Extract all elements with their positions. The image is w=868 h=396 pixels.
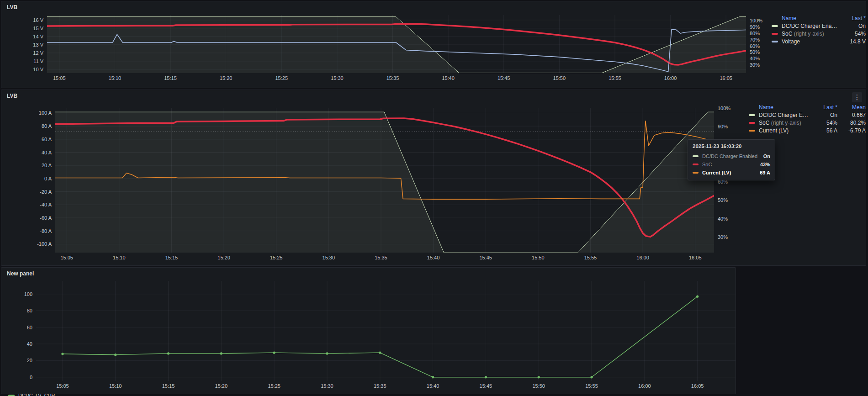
x-axis-tick-label: 15:35 [386, 75, 399, 81]
x-axis-tick-label: 15:05 [60, 255, 73, 260]
y-axis-tick-label: -40 A [40, 202, 52, 207]
legend-series-name: Voltage [782, 38, 837, 45]
plot-area[interactable]: 15:0515:1015:1515:2015:2515:3015:3515:40… [55, 108, 714, 253]
x-axis-tick-label: 15:40 [427, 255, 440, 260]
x-axis-tick-label: 15:10 [113, 255, 126, 260]
x-axis-tick-label: 15:40 [427, 383, 439, 389]
x-axis-tick-label: 15:25 [275, 75, 288, 81]
legend-row[interactable]: Voltage14.8 V [772, 37, 866, 45]
series-color-swatch [772, 41, 778, 42]
y-axis-tick-label: 14 V [33, 34, 43, 39]
legend-header-row: NameLast *Mean [749, 103, 866, 111]
y-axis-tick-label: 80 [27, 308, 32, 313]
x-axis-tick-label: 16:00 [664, 75, 677, 81]
y-axis-tick-label: 20 [27, 358, 32, 363]
x-axis-tick-label: 15:10 [109, 383, 122, 389]
legend-header-calc[interactable]: Last * [840, 15, 866, 21]
tooltip-timestamp: 2025-11-23 16:03:20 [688, 140, 775, 152]
y-axis-tick-label: 60 A [42, 137, 52, 142]
y-axis-tick-label: 100% [718, 106, 730, 111]
timeseries-chart-voltage: 16 V15 V14 V13 V12 V11 V10 V 15:0515:101… [1, 11, 866, 73]
y-axis-tick-label: 40% [750, 56, 760, 61]
legend-value: 80.2% [840, 120, 866, 126]
series-color-swatch [749, 130, 755, 132]
x-axis-tick-label: 15:25 [268, 383, 281, 389]
x-axis-tick-label: 16:00 [636, 255, 649, 260]
y-axis-left: 16 V15 V14 V13 V12 V11 V10 V [1, 11, 47, 73]
legend-value: On [812, 112, 837, 118]
x-axis-tick-label: 15:10 [109, 75, 122, 81]
chart-canvas [55, 108, 714, 253]
legend-row[interactable]: Current (LV)56 A-6.79 A [749, 127, 866, 134]
y-axis-tick-label: -60 A [40, 215, 52, 221]
legend-row[interactable]: SoC (right y-axis)54% [772, 30, 866, 37]
chart-canvas [36, 281, 736, 381]
legend-header-name[interactable]: Name [759, 104, 809, 111]
y-axis-tick-label: 100 [24, 291, 32, 297]
panel-title[interactable]: LVB [1, 1, 23, 11]
legend-row[interactable]: DCDC_LV_CUR [8, 392, 736, 396]
y-axis-tick-label: 30% [718, 234, 728, 240]
tooltip-series-value: 43% [760, 162, 770, 167]
x-axis-tick-label: 15:45 [480, 383, 492, 389]
series-color-swatch [772, 33, 778, 35]
legend-row[interactable]: SoC (right y-axis)54%80.2% [749, 119, 866, 127]
series-color-swatch [693, 155, 699, 157]
legend-row[interactable]: DC/DC Charger EnabledOn0.667 [749, 111, 866, 119]
panel-lvb-current: LVB ⋮ 100 A80 A60 A40 A20 A0 A-20 A-40 A… [1, 90, 866, 266]
legend-header-name[interactable]: Name [782, 15, 837, 21]
x-axis-tick-label: 15:20 [215, 383, 228, 389]
y-axis-tick-label: 80% [750, 31, 760, 36]
x-axis-tick-label: 15:45 [479, 255, 492, 260]
x-axis-tick-label: 15:55 [584, 255, 597, 260]
y-axis-tick-label: 40 [27, 341, 32, 347]
plot-area[interactable]: 15:0515:1015:1515:2015:2515:3015:3515:40… [36, 281, 736, 381]
x-axis-tick-label: 15:50 [532, 383, 545, 389]
panel-lvb-voltage: LVB 16 V15 V14 V13 V12 V11 V10 V 15:0515… [1, 1, 866, 88]
kebab-menu-icon[interactable]: ⋮ [852, 92, 862, 102]
legend-header-calc[interactable]: Mean [840, 104, 866, 111]
y-axis-tick-label: 0 A [44, 176, 52, 181]
tooltip-series-value: 69 A [760, 170, 770, 175]
y-axis-tick-label: 60% [750, 43, 760, 49]
x-axis-tick-label: 15:20 [217, 255, 230, 260]
y-axis-tick-label: 90% [750, 24, 760, 30]
x-axis-tick-label: 15:05 [56, 383, 69, 389]
panel-title[interactable]: LVB [1, 90, 23, 100]
tooltip-row: DC/DC Charger EnabledOn [688, 152, 775, 160]
x-axis-tick-label: 15:30 [321, 383, 333, 389]
y-axis-left: 100806040200 [1, 278, 36, 381]
legend-value: -6.79 A [840, 127, 866, 134]
x-axis-tick-label: 15:30 [323, 255, 335, 260]
y-axis-tick-label: 11 V [33, 58, 43, 64]
dashboard-page: LVB 16 V15 V14 V13 V12 V11 V10 V 15:0515… [0, 0, 868, 396]
legend-table: NameLast *DC/DC Charger EnabledOnSoC (ri… [765, 11, 866, 45]
y-axis-tick-label: 60 [27, 325, 32, 330]
y-axis-tick-label: 30% [750, 62, 760, 68]
series-color-swatch [749, 122, 755, 124]
y-axis-tick-label: 13 V [33, 42, 43, 48]
tooltip-series-name: DC/DC Charger Enabled [702, 153, 760, 159]
legend-bottom: DCDC_LV_CUR [1, 390, 736, 396]
y-axis-tick-label: 12 V [33, 50, 43, 56]
series-color-swatch [772, 25, 778, 27]
timeseries-chart-dcdc: 100806040200 15:0515:1015:1515:2015:2515… [1, 278, 736, 390]
legend-header-row: NameLast * [772, 14, 866, 22]
y-axis-tick-label: 40 A [42, 150, 52, 155]
y-axis-tick-label: 100% [750, 18, 762, 23]
legend-row[interactable]: DC/DC Charger EnabledOn [772, 22, 866, 30]
legend-value: 0.667 [840, 112, 866, 118]
series-color-swatch [693, 172, 699, 174]
chart-canvas [47, 15, 746, 73]
y-axis-tick-label: 15 V [33, 26, 43, 31]
x-axis-tick-label: 15:35 [374, 383, 386, 389]
plot-area[interactable]: 15:0515:1015:1515:2015:2515:3015:3515:40… [47, 15, 746, 73]
legend-series-name: SoC (right y-axis) [782, 31, 837, 37]
legend-header-calc[interactable]: Last * [812, 104, 837, 111]
y-axis-tick-label: -20 A [40, 189, 52, 195]
y-axis-tick-label: 50% [718, 197, 728, 203]
x-axis-tick-label: 15:05 [53, 75, 66, 81]
tooltip-row: Current (LV)69 A [688, 169, 775, 177]
panel-title[interactable]: New panel [1, 268, 39, 278]
series-color-swatch [749, 114, 755, 116]
